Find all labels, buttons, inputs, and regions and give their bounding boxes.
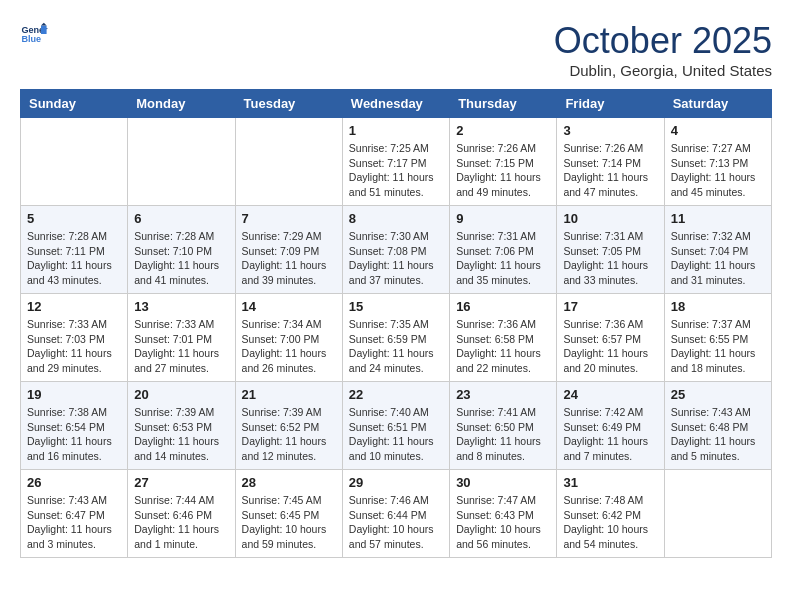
day-info: Sunrise: 7:37 AMSunset: 6:55 PMDaylight:… [671,317,765,376]
table-row: 14Sunrise: 7:34 AMSunset: 7:00 PMDayligh… [235,294,342,382]
day-info: Sunrise: 7:28 AMSunset: 7:11 PMDaylight:… [27,229,121,288]
table-row: 4Sunrise: 7:27 AMSunset: 7:13 PMDaylight… [664,118,771,206]
day-number: 10 [563,211,657,226]
day-info: Sunrise: 7:39 AMSunset: 6:53 PMDaylight:… [134,405,228,464]
day-info: Sunrise: 7:30 AMSunset: 7:08 PMDaylight:… [349,229,443,288]
table-row [235,118,342,206]
day-number: 19 [27,387,121,402]
table-row: 7Sunrise: 7:29 AMSunset: 7:09 PMDaylight… [235,206,342,294]
location-subtitle: Dublin, Georgia, United States [554,62,772,79]
table-row: 29Sunrise: 7:46 AMSunset: 6:44 PMDayligh… [342,470,449,558]
calendar-week-row: 19Sunrise: 7:38 AMSunset: 6:54 PMDayligh… [21,382,772,470]
title-block: October 2025 Dublin, Georgia, United Sta… [554,20,772,79]
day-number: 2 [456,123,550,138]
table-row [664,470,771,558]
col-wednesday: Wednesday [342,90,449,118]
day-number: 25 [671,387,765,402]
day-info: Sunrise: 7:33 AMSunset: 7:01 PMDaylight:… [134,317,228,376]
calendar-week-row: 5Sunrise: 7:28 AMSunset: 7:11 PMDaylight… [21,206,772,294]
table-row: 24Sunrise: 7:42 AMSunset: 6:49 PMDayligh… [557,382,664,470]
day-number: 7 [242,211,336,226]
day-number: 8 [349,211,443,226]
day-info: Sunrise: 7:38 AMSunset: 6:54 PMDaylight:… [27,405,121,464]
calendar-week-row: 26Sunrise: 7:43 AMSunset: 6:47 PMDayligh… [21,470,772,558]
table-row: 5Sunrise: 7:28 AMSunset: 7:11 PMDaylight… [21,206,128,294]
month-title: October 2025 [554,20,772,62]
col-thursday: Thursday [450,90,557,118]
day-number: 31 [563,475,657,490]
day-number: 18 [671,299,765,314]
table-row: 20Sunrise: 7:39 AMSunset: 6:53 PMDayligh… [128,382,235,470]
table-row: 30Sunrise: 7:47 AMSunset: 6:43 PMDayligh… [450,470,557,558]
day-number: 29 [349,475,443,490]
page-header: General Blue October 2025 Dublin, Georgi… [20,20,772,79]
day-info: Sunrise: 7:45 AMSunset: 6:45 PMDaylight:… [242,493,336,552]
calendar-week-row: 1Sunrise: 7:25 AMSunset: 7:17 PMDaylight… [21,118,772,206]
svg-marker-2 [41,26,47,34]
col-sunday: Sunday [21,90,128,118]
day-info: Sunrise: 7:33 AMSunset: 7:03 PMDaylight:… [27,317,121,376]
day-number: 30 [456,475,550,490]
table-row: 2Sunrise: 7:26 AMSunset: 7:15 PMDaylight… [450,118,557,206]
day-info: Sunrise: 7:48 AMSunset: 6:42 PMDaylight:… [563,493,657,552]
day-info: Sunrise: 7:29 AMSunset: 7:09 PMDaylight:… [242,229,336,288]
day-info: Sunrise: 7:47 AMSunset: 6:43 PMDaylight:… [456,493,550,552]
svg-text:Blue: Blue [21,34,41,44]
day-info: Sunrise: 7:42 AMSunset: 6:49 PMDaylight:… [563,405,657,464]
table-row: 17Sunrise: 7:36 AMSunset: 6:57 PMDayligh… [557,294,664,382]
day-info: Sunrise: 7:40 AMSunset: 6:51 PMDaylight:… [349,405,443,464]
logo: General Blue [20,20,48,48]
day-number: 9 [456,211,550,226]
table-row: 18Sunrise: 7:37 AMSunset: 6:55 PMDayligh… [664,294,771,382]
day-info: Sunrise: 7:27 AMSunset: 7:13 PMDaylight:… [671,141,765,200]
day-number: 17 [563,299,657,314]
day-info: Sunrise: 7:34 AMSunset: 7:00 PMDaylight:… [242,317,336,376]
day-number: 20 [134,387,228,402]
day-number: 22 [349,387,443,402]
table-row: 21Sunrise: 7:39 AMSunset: 6:52 PMDayligh… [235,382,342,470]
day-info: Sunrise: 7:35 AMSunset: 6:59 PMDaylight:… [349,317,443,376]
table-row: 11Sunrise: 7:32 AMSunset: 7:04 PMDayligh… [664,206,771,294]
col-tuesday: Tuesday [235,90,342,118]
table-row: 26Sunrise: 7:43 AMSunset: 6:47 PMDayligh… [21,470,128,558]
day-number: 24 [563,387,657,402]
day-number: 21 [242,387,336,402]
day-number: 3 [563,123,657,138]
table-row: 16Sunrise: 7:36 AMSunset: 6:58 PMDayligh… [450,294,557,382]
table-row: 3Sunrise: 7:26 AMSunset: 7:14 PMDaylight… [557,118,664,206]
day-number: 12 [27,299,121,314]
table-row: 12Sunrise: 7:33 AMSunset: 7:03 PMDayligh… [21,294,128,382]
day-info: Sunrise: 7:26 AMSunset: 7:14 PMDaylight:… [563,141,657,200]
table-row: 1Sunrise: 7:25 AMSunset: 7:17 PMDaylight… [342,118,449,206]
day-number: 26 [27,475,121,490]
table-row: 22Sunrise: 7:40 AMSunset: 6:51 PMDayligh… [342,382,449,470]
table-row [21,118,128,206]
table-row: 19Sunrise: 7:38 AMSunset: 6:54 PMDayligh… [21,382,128,470]
col-friday: Friday [557,90,664,118]
day-number: 11 [671,211,765,226]
day-info: Sunrise: 7:44 AMSunset: 6:46 PMDaylight:… [134,493,228,552]
day-number: 28 [242,475,336,490]
table-row: 25Sunrise: 7:43 AMSunset: 6:48 PMDayligh… [664,382,771,470]
day-number: 23 [456,387,550,402]
calendar-table: Sunday Monday Tuesday Wednesday Thursday… [20,89,772,558]
table-row: 15Sunrise: 7:35 AMSunset: 6:59 PMDayligh… [342,294,449,382]
calendar-header-row: Sunday Monday Tuesday Wednesday Thursday… [21,90,772,118]
day-info: Sunrise: 7:43 AMSunset: 6:47 PMDaylight:… [27,493,121,552]
day-number: 13 [134,299,228,314]
day-number: 5 [27,211,121,226]
day-number: 14 [242,299,336,314]
day-info: Sunrise: 7:26 AMSunset: 7:15 PMDaylight:… [456,141,550,200]
table-row: 9Sunrise: 7:31 AMSunset: 7:06 PMDaylight… [450,206,557,294]
day-info: Sunrise: 7:36 AMSunset: 6:57 PMDaylight:… [563,317,657,376]
calendar-week-row: 12Sunrise: 7:33 AMSunset: 7:03 PMDayligh… [21,294,772,382]
table-row: 13Sunrise: 7:33 AMSunset: 7:01 PMDayligh… [128,294,235,382]
day-number: 4 [671,123,765,138]
day-number: 16 [456,299,550,314]
table-row: 6Sunrise: 7:28 AMSunset: 7:10 PMDaylight… [128,206,235,294]
day-info: Sunrise: 7:28 AMSunset: 7:10 PMDaylight:… [134,229,228,288]
day-info: Sunrise: 7:31 AMSunset: 7:05 PMDaylight:… [563,229,657,288]
day-number: 6 [134,211,228,226]
day-info: Sunrise: 7:46 AMSunset: 6:44 PMDaylight:… [349,493,443,552]
day-info: Sunrise: 7:43 AMSunset: 6:48 PMDaylight:… [671,405,765,464]
